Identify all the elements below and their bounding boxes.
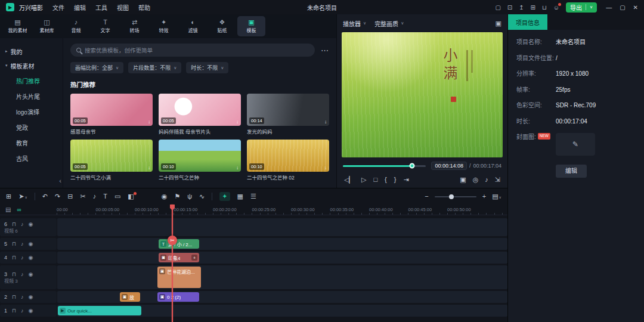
tab-templates[interactable]: ▣ 模板 <box>237 16 265 36</box>
template-card[interactable]: 00:10 ↓ 二十四节气之芒种 02 <box>247 140 329 181</box>
link-clips-icon[interactable]: ∞ <box>17 206 21 213</box>
track-header-4[interactable]: 4 ⊓ ♪ ◉ <box>0 252 57 264</box>
detach-audio-icon[interactable]: ♪ <box>93 193 97 200</box>
template-thumbnail[interactable]: 00:05 ↓ <box>159 94 241 126</box>
seek-handle[interactable] <box>409 163 414 169</box>
fullscreen-icon[interactable]: ⇲ <box>495 177 500 183</box>
track-manager-icon[interactable]: ▤ <box>5 206 11 213</box>
auto-caption-icon[interactable]: ☰ <box>250 193 256 200</box>
lock-icon[interactable]: ⊓ <box>12 241 16 247</box>
mask-icon[interactable]: ◧ <box>128 193 134 200</box>
track-lane-2[interactable]: ▣ 放 ▣ 0 2 (2) <box>57 291 507 303</box>
template-card[interactable]: 00:05 ↓ 二十四节气之小满 <box>70 140 153 181</box>
menu-tools[interactable]: 工具 <box>95 3 107 12</box>
account-icon[interactable]: ☺ <box>553 4 559 11</box>
sidebar-item-logo[interactable]: logo演绎 <box>0 104 63 119</box>
download-icon[interactable]: ↓ <box>148 119 150 125</box>
track-lane-4[interactable]: ▣ 印象4 + <box>57 252 507 264</box>
mute-icon[interactable]: ♪ <box>21 241 24 247</box>
track-header-5[interactable]: 5 ⊓ ♪ ◉ <box>0 238 57 250</box>
track-list-icon[interactable]: ▤∨ <box>492 193 501 200</box>
mark-out-icon[interactable]: } <box>394 177 397 183</box>
add-text-icon[interactable]: T <box>103 193 107 200</box>
menu-file[interactable]: 文件 <box>52 3 64 12</box>
download-icon[interactable]: ↓ <box>324 165 327 171</box>
track-header-1[interactable]: 1 ⊓ ♪ ◉ <box>0 305 57 317</box>
tab-stock-library[interactable]: ◫ 素材库 <box>33 16 61 36</box>
track-lane-6[interactable] <box>57 218 507 236</box>
close-button[interactable]: ✕ <box>633 4 638 11</box>
split-view-icon[interactable]: ▣ <box>460 177 466 183</box>
lock-icon[interactable]: ⊓ <box>12 255 16 261</box>
minimize-button[interactable]: — <box>606 4 612 11</box>
mic-icon[interactable]: ψ <box>187 193 192 200</box>
video-effect-icon[interactable]: ▦ <box>237 193 243 200</box>
cut-button[interactable]: ✂ <box>168 236 177 245</box>
zoom-out-icon[interactable]: − <box>425 193 428 200</box>
tab-my-media[interactable]: ▤ 我的素材 <box>4 16 32 36</box>
tab-filters[interactable]: ◐ 滤镜 <box>179 16 207 36</box>
display-icon[interactable]: ▢ <box>495 4 500 11</box>
track-header-3[interactable]: 3 ⊓ ♪ ◉ 视频 3 <box>0 265 57 289</box>
split-icon[interactable]: ✂ <box>80 193 86 200</box>
tab-text[interactable]: T 文字 <box>91 16 119 36</box>
sidebar-item-education[interactable]: 教育 <box>0 135 63 150</box>
ai-beauty-icon[interactable]: ✦ <box>219 192 230 201</box>
lock-icon[interactable]: ⊓ <box>12 271 16 277</box>
visibility-icon[interactable]: ◉ <box>29 241 33 247</box>
media-grid-icon[interactable]: ⊞ <box>6 193 11 200</box>
sidebar-section-template-assets[interactable]: ▾ 模板素材 <box>0 58 63 73</box>
mute-icon[interactable]: ♪ <box>21 221 24 227</box>
track-lane-3[interactable]: ▣ 芒种花湖泊... <box>57 265 507 289</box>
mark-in-icon[interactable]: { <box>385 177 387 183</box>
player-mode-dropdown[interactable]: 播放器 ∨ <box>343 19 366 28</box>
timeline-zoom-slider[interactable] <box>435 196 476 197</box>
sidebar-item-hot[interactable]: 热门推荐 <box>0 73 63 88</box>
playhead[interactable]: ✂ <box>172 205 173 322</box>
delete-icon[interactable]: ⊟ <box>67 193 73 200</box>
track-header-6[interactable]: 6 ⊓ ♪ ◉ 视频 6 <box>0 218 57 236</box>
save-icon[interactable]: ⊡ <box>507 4 512 11</box>
mute-icon[interactable]: ♪ <box>21 271 24 277</box>
visibility-icon[interactable]: ◉ <box>29 308 33 314</box>
step-forward-icon[interactable]: ⇥ <box>403 177 408 183</box>
visibility-icon[interactable]: ◉ <box>29 221 33 227</box>
maximize-button[interactable]: ▢ <box>620 4 625 11</box>
tab-transitions[interactable]: ⇄ 转场 <box>120 16 148 36</box>
sidebar-item-party[interactable]: 党政 <box>0 119 63 135</box>
select-tool-icon[interactable]: ➤∨ <box>18 193 27 200</box>
more-options-icon[interactable]: ⋯ <box>321 46 329 55</box>
template-thumbnail[interactable]: 00:05 ↓ <box>70 94 153 126</box>
tab-effects[interactable]: ✦ 特效 <box>150 16 178 36</box>
template-card[interactable]: 00:05 ↓ 感恩母亲节 <box>70 94 153 135</box>
seek-bar[interactable] <box>343 165 426 167</box>
download-icon[interactable]: ↓ <box>324 119 327 125</box>
quality-dropdown[interactable]: 完整画质 ∨ <box>374 19 404 28</box>
template-thumbnail[interactable]: 00:14 ↓ <box>247 94 329 126</box>
cart-icon[interactable]: ⊔ <box>542 4 547 11</box>
collapse-sidebar-icon[interactable]: ‹ <box>59 177 61 184</box>
visibility-icon[interactable]: ◉ <box>29 294 33 300</box>
clip-image-group[interactable]: ▣ 0 2 (2) <box>157 292 199 302</box>
zoom-in-icon[interactable]: + <box>482 193 486 200</box>
edit-button[interactable]: 编辑 <box>556 165 587 178</box>
tab-audio[interactable]: ♪ 音频 <box>62 16 90 36</box>
clip-image[interactable]: ▣ 印象4 + <box>159 253 199 262</box>
menu-edit[interactable]: 编辑 <box>74 3 86 12</box>
mute-icon[interactable]: ♪ <box>21 255 24 261</box>
previous-frame-icon[interactable]: ◁▏ <box>344 177 354 183</box>
template-card[interactable]: 00:10 ↓ 二十四节气之芒种 <box>159 140 241 181</box>
apps-icon[interactable]: ⊞ <box>531 4 535 11</box>
timeline-ruler[interactable]: 00:00 00:00:05:00 00:00:10:00 00:00:15:0… <box>57 205 507 215</box>
clip-audio[interactable]: ▶ Our quick... <box>58 306 141 315</box>
clip-small[interactable]: ▣ 放 <box>120 292 140 302</box>
track-lane-5[interactable]: T 满 / 小 / 2... <box>57 238 507 250</box>
undo-icon[interactable]: ↶ <box>42 193 48 200</box>
mute-icon[interactable]: ♪ <box>21 294 24 300</box>
filter-duration[interactable]: 时长：不限 ∨ <box>186 62 228 73</box>
cover-image-button[interactable]: ✎ <box>556 133 595 156</box>
lock-icon[interactable]: ⊓ <box>12 221 16 227</box>
record-icon[interactable]: ◉ <box>162 193 168 200</box>
export-button[interactable]: 导出 ∨ <box>566 2 597 13</box>
sidebar-item-intro-outro[interactable]: 片头片尾 <box>0 88 63 104</box>
